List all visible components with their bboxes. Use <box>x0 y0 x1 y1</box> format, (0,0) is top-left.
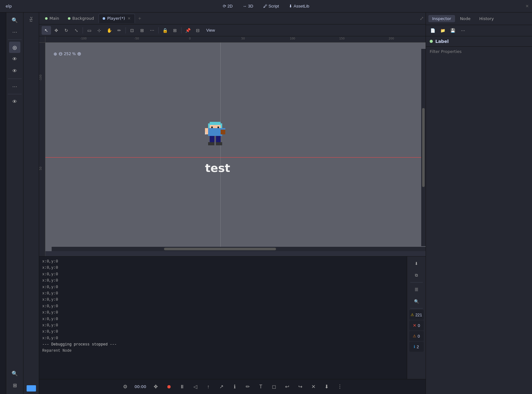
debug-download-btn[interactable]: ⬇ <box>321 381 332 392</box>
mode-assetlib-btn[interactable]: ⬇ AssetLib <box>284 3 314 10</box>
debug-text-btn[interactable]: T <box>255 381 267 392</box>
view-btn[interactable]: View <box>203 27 218 34</box>
tool-pin[interactable]: 📌 <box>183 26 192 35</box>
sidebar-scene-btn[interactable]: ◎ <box>9 42 20 53</box>
tool-rect[interactable]: ▭ <box>84 26 94 35</box>
tab-main[interactable]: Main <box>41 14 63 23</box>
tab-history[interactable]: History <box>476 15 498 22</box>
tool-move[interactable]: ✥ <box>52 26 61 35</box>
debug-undo-btn[interactable]: ↩ <box>282 381 293 392</box>
inspector-new-btn[interactable]: 📄 <box>428 27 437 35</box>
mode-2d-btn[interactable]: ⟳ 2D <box>218 3 237 10</box>
log-copy[interactable]: ⧉ <box>409 270 424 281</box>
close-btn[interactable]: ✕ <box>525 4 529 8</box>
log-scroll-down[interactable]: ⬇ <box>409 258 424 269</box>
bottom-content: x:0,y:0 x:0,y:0 x:0,y:0 x:0,y:0 x:0,y:0 … <box>39 257 426 383</box>
debug-next-btn[interactable]: ↑ <box>203 381 214 392</box>
debug-eraser-btn[interactable]: ◻ <box>269 381 280 392</box>
log-warning-count[interactable]: ⚠ 221 <box>409 310 424 320</box>
canvas-text-label: test <box>205 162 230 174</box>
ruler-vertical: -100 50 <box>39 43 45 256</box>
tool-snap-to-grid[interactable]: ⊡ <box>127 26 137 35</box>
canvas-area[interactable]: ⊕ ⊖ 252 % ⊕ <box>45 43 426 251</box>
warn2-icon: ⚠ <box>413 334 416 338</box>
inspector-more-btn[interactable]: ⋯ <box>458 27 467 35</box>
more-icon: ⋮ <box>337 384 342 390</box>
record-icon: ⏺ <box>166 384 171 390</box>
log-line-9: x:0,y:0 <box>42 309 404 316</box>
svg-rect-5 <box>208 128 222 136</box>
viewport-hscrollbar[interactable] <box>52 247 426 251</box>
debug-move-btn[interactable]: ✥ <box>150 381 161 392</box>
download-icon2: ⬇ <box>325 384 329 390</box>
toolbar-sep-4 <box>181 27 182 34</box>
log-error-count[interactable]: ✕ 0 <box>409 320 424 330</box>
node-label-vertical: lSc <box>29 16 33 22</box>
debug-info-btn[interactable]: ℹ <box>229 381 240 392</box>
inspector-open-btn[interactable]: 📁 <box>438 27 447 35</box>
tool-more[interactable]: ⋯ <box>147 26 157 35</box>
log-search[interactable]: 🔍 <box>409 296 424 307</box>
tool-select[interactable]: ↖ <box>42 26 51 35</box>
log-info-count[interactable]: ℹ 2 <box>409 342 424 352</box>
tool-lock[interactable]: 🔒 <box>160 26 170 35</box>
tab-node[interactable]: Node <box>456 15 474 22</box>
tab-player[interactable]: Player(*) ✕ <box>99 14 135 23</box>
tab-expand-btn[interactable]: ⤢ <box>420 15 424 21</box>
debug-redo-btn[interactable]: ↪ <box>295 381 306 392</box>
log-warn2-count[interactable]: ⚠ 0 <box>409 331 424 341</box>
log-line-2: x:0,y:0 <box>42 265 404 271</box>
log-filter[interactable]: ☰ <box>409 284 424 295</box>
tab-backgroud[interactable]: Backgroud <box>64 14 98 23</box>
tab-add-btn[interactable]: + <box>136 14 144 23</box>
log-line-reparent: Reparent Node <box>42 348 404 354</box>
debug-record-btn[interactable]: ⏺ <box>163 381 175 392</box>
far-left-strip <box>0 13 6 394</box>
tool-group[interactable]: ⊞ <box>170 26 180 35</box>
left-sidebar: 🔍 ⋯ ◎ 👁 👁 ⋯ 👁 🔍 ⊞ <box>6 13 23 394</box>
tool-snap[interactable]: ⊟ <box>193 26 202 35</box>
info-count-value: 2 <box>417 345 419 349</box>
error-icon: ✕ <box>413 323 417 328</box>
add-icon: + <box>138 16 141 21</box>
tool-pan[interactable]: ✋ <box>105 26 114 35</box>
zoom-plus-btn[interactable]: ⊕ <box>77 51 81 57</box>
sidebar-eye-1[interactable]: 👁 <box>9 54 20 65</box>
debug-more-btn[interactable]: ⋮ <box>334 381 345 392</box>
toolbar-sep-1 <box>83 27 83 34</box>
tool-pen[interactable]: ✏ <box>115 26 124 35</box>
log-line-stopped: --- Debugging process stopped --- <box>42 341 404 348</box>
sidebar-search-btn[interactable]: 🔍 <box>9 14 20 26</box>
tool-scale[interactable]: ⤡ <box>72 26 81 35</box>
debug-stop-btn[interactable]: ✕ <box>308 381 319 392</box>
mode-script-btn[interactable]: 🖉 Script <box>259 3 283 10</box>
zoom-minus-btn[interactable]: ⊖ <box>59 51 63 57</box>
tab-backgroud-dot <box>68 17 70 20</box>
tool-transform-grid[interactable]: ⊞ <box>137 26 147 35</box>
sidebar-bottom-search[interactable]: 🔍 <box>9 368 20 379</box>
debug-prev-btn[interactable]: ◁ <box>190 381 201 392</box>
mode-3d-btn[interactable]: ↔ 3D <box>238 3 258 10</box>
tab-player-close[interactable]: ✕ <box>127 16 130 21</box>
script-icon: 🖉 <box>263 4 267 8</box>
sidebar-dots-btn[interactable]: ⋯ <box>9 81 20 92</box>
debug-time: 00:00 <box>133 384 148 389</box>
log-line-4: x:0,y:0 <box>42 277 404 284</box>
tab-inspector[interactable]: Inspector <box>428 15 455 22</box>
menu-help[interactable]: elp <box>3 3 14 10</box>
debug-step-btn[interactable]: ↗ <box>216 381 227 392</box>
debug-pause-btn[interactable]: ⏸ <box>176 381 188 392</box>
viewport-vscrollbar[interactable] <box>421 49 426 246</box>
sidebar-eye-3[interactable]: 👁 <box>9 96 20 107</box>
sidebar-eye-2[interactable]: 👁 <box>9 65 20 77</box>
tool-star[interactable]: ⊹ <box>95 26 104 35</box>
sidebar-divider-2 <box>8 79 21 79</box>
pause-icon: ⏸ <box>180 384 185 390</box>
sidebar-more-btn[interactable]: ⋯ <box>9 26 20 38</box>
log-line-11: x:0,y:0 <box>42 322 404 329</box>
tool-rotate[interactable]: ↻ <box>62 26 71 35</box>
inspector-save-btn[interactable]: 💾 <box>448 27 457 35</box>
debug-pencil-btn[interactable]: ✏ <box>242 381 253 392</box>
debug-gear-btn[interactable]: ⚙ <box>120 381 131 392</box>
sidebar-bottom-sort[interactable]: ⊞ <box>9 380 20 391</box>
